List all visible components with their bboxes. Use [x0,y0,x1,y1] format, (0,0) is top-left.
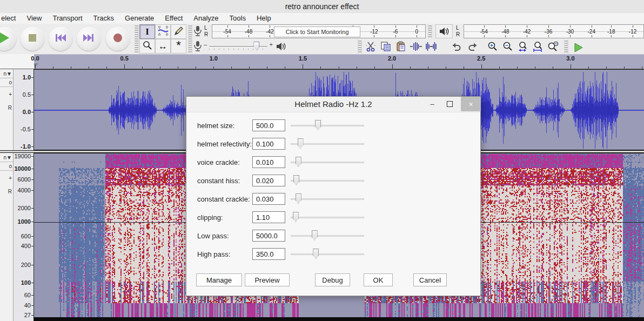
param-slider-thumb[interactable] [298,138,304,149]
preview-button[interactable]: Preview [245,273,290,286]
meter-tick [570,25,571,28]
param-slider-thumb[interactable] [315,120,321,130]
track2-control-panel[interactable]: n▼o+R [0,153,14,321]
param-slider[interactable] [291,119,364,131]
timeline-ruler[interactable]: 0.00.51.01.52.02.53.0 [0,54,644,69]
timeshift-tool[interactable]: ↔ [155,39,171,54]
param-input[interactable] [252,175,285,186]
menu-item-transport[interactable]: Transport [47,13,88,23]
param-input[interactable] [252,211,285,223]
undo-button[interactable] [448,40,464,55]
meter-scale-label: -30 [566,28,574,35]
param-input[interactable] [252,138,285,150]
ruler-tick [31,169,33,169]
maximize-button[interactable] [441,97,458,111]
meter-tick [270,35,270,37]
param-input[interactable] [252,230,285,242]
record-button[interactable] [106,27,130,51]
ruler-tick [31,295,33,296]
manage-button[interactable]: Manage [196,273,242,286]
titlebar[interactable]: retro announcer effect [0,0,644,14]
param-slider[interactable] [291,211,364,223]
draw-tool[interactable] [171,24,186,39]
track-name-fragment[interactable]: n▼ [0,153,13,160]
param-slider-thumb[interactable] [296,157,301,167]
menu-item-tools[interactable]: Tools [224,13,251,23]
param-input[interactable] [252,193,285,205]
silence-audio-button[interactable] [424,40,439,55]
toolbar-grabber[interactable] [358,39,362,54]
pan-slider-fragment[interactable]: R [0,97,13,111]
menu-item-analyze[interactable]: Analyze [188,13,224,23]
close-button[interactable]: × [461,97,481,111]
param-slider[interactable] [291,193,364,205]
menu-item-tracks[interactable]: Tracks [88,13,120,23]
redo-button[interactable] [466,40,481,55]
menu-item-effect[interactable]: Effect [159,13,188,23]
toolbar-grabber[interactable] [564,39,568,54]
stop-button[interactable] [21,27,44,51]
paste-button[interactable] [393,40,408,55]
param-slider[interactable] [291,248,364,260]
param-slider[interactable] [291,138,364,150]
play-button[interactable] [0,27,16,51]
menu-item-elect[interactable]: elect [0,13,21,23]
selection-tool[interactable]: I [139,24,155,39]
menu-item-view[interactable]: View [21,13,47,23]
cancel-button[interactable]: Cancel [413,273,447,286]
dialog-titlebar[interactable]: Helmet Radio -Hz 1.2 – × [186,97,480,112]
solo-button-fragment[interactable]: o [0,79,13,85]
copy-button[interactable] [378,40,393,55]
cut-button[interactable] [363,40,378,55]
track1-control-panel[interactable]: n▼o+R [0,69,14,150]
gain-slider-fragment[interactable]: + [0,88,13,97]
param-slider[interactable] [291,156,364,168]
multi-tool[interactable]: * [171,39,186,54]
skip-end-button[interactable] [77,27,100,51]
param-slider[interactable] [291,175,364,186]
trim-audio-button[interactable] [408,40,424,55]
monitoring-message[interactable]: Click to Start Monitoring [274,26,360,37]
param-input[interactable] [252,119,285,131]
zoom-tool[interactable] [139,39,155,54]
menu-item-generate[interactable]: Generate [119,13,159,23]
menu-item-help[interactable]: Help [251,13,277,23]
track-name-fragment[interactable]: n▼ [0,69,13,77]
param-slider-thumb[interactable] [312,230,318,240]
track1-vertical-ruler[interactable]: 1.00.50.0-0.5-1.0 [14,69,34,150]
pan-slider-fragment[interactable]: R [0,181,13,195]
param-slider-thumb[interactable] [313,249,319,259]
zoom-toggle-icon [547,41,559,54]
zoom-selection-button[interactable] [515,40,531,55]
toolbar-grabber[interactable] [428,24,432,38]
meter-tick [527,35,527,37]
recording-volume-slider[interactable]: –+ [204,40,273,53]
minimize-button[interactable]: – [424,97,440,111]
skip-start-button[interactable] [49,27,72,51]
param-slider-thumb[interactable] [293,175,299,185]
zoom-toggle-button[interactable] [546,40,561,55]
playback-meter-speaker-button[interactable] [435,24,453,38]
param-slider-thumb[interactable] [296,193,301,204]
param-slider-thumb[interactable] [293,212,299,222]
play-at-speed-button[interactable] [569,40,588,55]
recording-meter[interactable]: -54-48-42-18-12-60Click to Start Monitor… [212,24,426,38]
ok-button[interactable]: OK [364,273,393,286]
zoom-in-button[interactable] [485,40,500,55]
debug-button[interactable]: Debug [315,273,350,286]
skip-end-icon [83,34,94,44]
zoom-fit-button[interactable] [531,40,546,55]
param-label: Low pass: [197,232,229,240]
effect-param-row: constant hiss: [186,175,481,188]
playback-meter[interactable]: -54-48-42-36-30-24-18-12 [464,24,644,38]
param-input[interactable] [252,248,285,260]
toolbar-grabber[interactable] [135,24,139,54]
param-slider[interactable] [291,230,364,242]
solo-button-fragment[interactable]: o [0,163,13,169]
track2-vertical-ruler[interactable]: 1900010000600040002000100060040020010060… [14,153,34,321]
param-input[interactable] [252,156,285,168]
envelope-tool[interactable] [155,24,171,39]
zoom-out-button[interactable] [500,40,515,55]
gain-slider-fragment[interactable]: + [0,172,13,181]
meter-tick [548,25,549,28]
